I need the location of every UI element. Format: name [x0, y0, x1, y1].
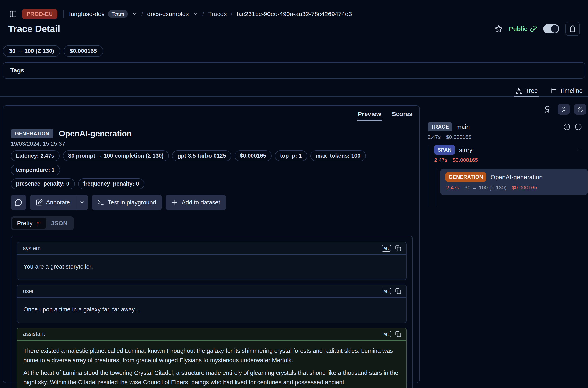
public-toggle[interactable] — [543, 24, 559, 33]
message-tools: M↓ — [382, 331, 401, 337]
view-tabs: Tree Timeline — [0, 85, 588, 97]
delete-trace-button[interactable] — [565, 22, 580, 36]
trace-type-badge: TRACE — [428, 122, 452, 131]
active-tab-indicator — [357, 120, 382, 121]
cost-badge: $0.000165 — [64, 45, 103, 57]
environment-badge: PROD-EU — [22, 9, 57, 19]
observation-timestamp: 19/03/2024, 15:25:37 — [11, 141, 412, 147]
token-usage-badge: 30 → 100 (Σ 130) — [3, 45, 60, 57]
tab-scores[interactable]: Scores — [391, 109, 413, 119]
message-card-user: user M↓ Once upon a time in a galaxy far… — [17, 285, 407, 323]
markdown-icon[interactable]: M↓ — [382, 331, 391, 337]
bookmark-star-icon[interactable] — [495, 25, 503, 33]
copy-icon[interactable] — [395, 288, 401, 294]
json-label: JSON — [51, 220, 68, 227]
tree-icon — [516, 87, 522, 94]
generation-type-badge: GENERATION — [445, 172, 486, 182]
tree-node-span[interactable]: SPAN story — [434, 145, 586, 154]
tree-node-trace[interactable]: TRACE main — [428, 122, 586, 131]
format-json[interactable]: JSON — [46, 218, 72, 229]
assistant-paragraph: At the heart of Lumina stood the towerin… — [23, 368, 400, 387]
public-share-link[interactable]: Public — [509, 25, 537, 32]
tab-preview[interactable]: Preview — [357, 109, 382, 119]
annotate-button[interactable]: Annotate — [30, 194, 76, 210]
breadcrumb-separator — [202, 10, 204, 18]
sidebar-toggle-icon[interactable] — [9, 10, 17, 18]
observation-header: GENERATION OpenAI-generation — [11, 129, 412, 139]
message-tools: M↓ — [382, 288, 401, 294]
message-header: assistant M↓ — [17, 328, 406, 341]
title-actions: Public — [495, 22, 580, 36]
terminal-icon — [97, 199, 104, 206]
award-icon[interactable] — [543, 106, 551, 113]
tree-node-generation-selected[interactable]: GENERATION OpenAI-generation 2.47s 30 → … — [440, 169, 588, 195]
trace-children: SPAN story 2.47s $0.000165 GENERATION — [428, 145, 586, 207]
tags-box[interactable]: Tags — [3, 62, 585, 79]
plus-circle-icon[interactable] — [563, 123, 570, 130]
tab-tree-label: Tree — [525, 87, 538, 94]
param-badge: Latency: 2.47s — [11, 150, 60, 161]
minus-circle-icon[interactable] — [575, 123, 582, 130]
show-metrics-button[interactable] — [574, 104, 586, 115]
breadcrumb: langfuse-dev Team docs-examples Traces f… — [69, 10, 352, 18]
message-role: user — [23, 288, 34, 294]
breadcrumb-project[interactable]: docs-examples — [147, 10, 189, 18]
chevron-down-icon — [79, 199, 85, 205]
panel-tabs: Preview Scores — [357, 109, 413, 119]
observation-card: Preview Scores GENERATION OpenAI-generat… — [3, 105, 420, 383]
add-to-dataset-button[interactable]: Add to dataset — [165, 194, 226, 210]
copy-icon[interactable] — [395, 331, 401, 337]
page-title: Trace Detail — [8, 23, 60, 34]
markdown-icon[interactable]: M↓ — [382, 288, 391, 294]
param-badge: max_tokens: 100 — [311, 150, 366, 161]
playground-label: Test in playground — [108, 199, 156, 206]
timeline-icon — [550, 87, 557, 94]
annotate-label: Annotate — [46, 199, 70, 206]
message-header: user M↓ — [17, 285, 406, 298]
span-children: GENERATION OpenAI-generation 2.47s 30 → … — [436, 169, 586, 207]
plus-icon — [171, 199, 178, 206]
breadcrumb-separator — [231, 10, 232, 18]
param-badge: presence_penalty: 0 — [11, 178, 75, 189]
percent-icon — [577, 106, 584, 113]
observation-param-badges: Latency: 2.47s 30 prompt → 100 completio… — [11, 150, 412, 175]
span-block: SPAN story 2.47s $0.000165 GENERATION — [434, 145, 586, 207]
comment-button[interactable] — [11, 194, 26, 210]
markdown-icon[interactable]: M↓ — [382, 245, 391, 252]
tab-tree[interactable]: Tree — [514, 85, 540, 96]
observation-actions: Annotate Test in playground Add to datas… — [11, 194, 412, 210]
breadcrumb-org[interactable]: langfuse-dev — [69, 10, 105, 18]
chevron-down-icon[interactable] — [132, 11, 137, 17]
format-pretty[interactable]: Pretty — [12, 218, 46, 229]
tab-timeline[interactable]: Timeline — [548, 85, 584, 96]
pretty-label: Pretty — [17, 220, 33, 227]
test-in-playground-button[interactable]: Test in playground — [92, 194, 162, 210]
active-tab-indicator — [514, 96, 540, 97]
tab-timeline-label: Timeline — [560, 87, 583, 94]
trace-latency: 2.47s — [428, 134, 441, 140]
message-role: assistant — [23, 331, 45, 337]
message-role: system — [23, 245, 41, 252]
generation-row: GENERATION OpenAI-generation — [445, 172, 583, 182]
observation-type-badge: GENERATION — [11, 129, 53, 139]
chevron-down-icon[interactable] — [193, 11, 198, 17]
assistant-paragraph: There existed a majestic planet called L… — [23, 346, 400, 365]
message-tools: M↓ — [382, 245, 401, 252]
param-badge: $0.000165 — [235, 150, 271, 161]
message-content: You are a great storyteller. — [17, 255, 406, 280]
edit-pen-icon — [36, 199, 43, 206]
tree-toolbar — [428, 104, 586, 114]
param-badge: top_p: 1 — [275, 150, 307, 161]
copy-icon[interactable] — [395, 245, 401, 251]
generation-metrics: 2.47s 30 → 100 (Σ 130) $0.000165 — [446, 185, 583, 191]
collapse-all-button[interactable] — [558, 104, 570, 115]
breadcrumb-traces[interactable]: Traces — [208, 10, 227, 18]
span-name: story — [459, 146, 473, 153]
annotate-split-button: Annotate — [30, 194, 88, 210]
trash-icon — [569, 25, 576, 32]
annotate-dropdown[interactable] — [76, 194, 88, 210]
collapse-node-icon[interactable] — [577, 147, 582, 153]
message-card-assistant: assistant M↓ There existed a majestic pl… — [17, 328, 407, 388]
tags-label: Tags — [10, 67, 24, 74]
generation-name: OpenAI-generation — [491, 174, 543, 181]
